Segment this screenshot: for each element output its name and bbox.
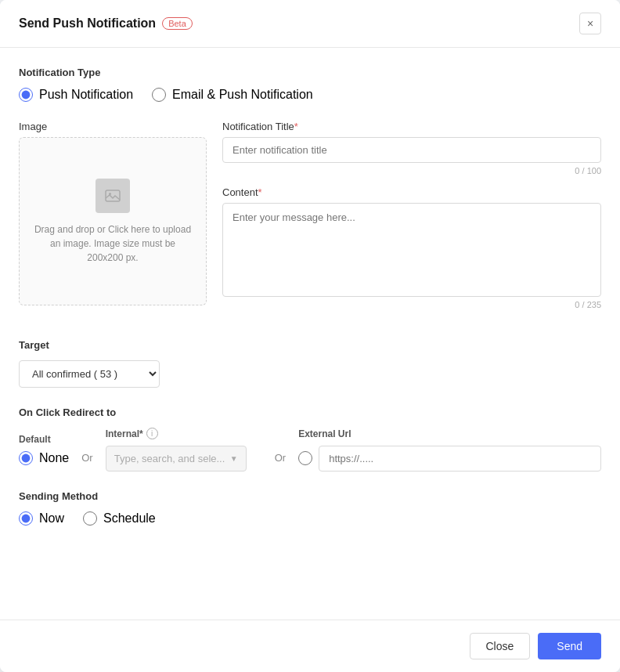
title-char-count: 0 / 100 xyxy=(222,166,601,175)
image-placeholder-icon xyxy=(96,179,130,213)
beta-badge: Beta xyxy=(162,17,193,30)
none-option[interactable]: None xyxy=(19,451,69,465)
schedule-radio[interactable] xyxy=(83,511,97,526)
target-section: Target All confirmed ( 53 ) xyxy=(19,339,601,388)
now-radio[interactable] xyxy=(19,511,33,526)
none-label: None xyxy=(39,451,69,465)
none-radio[interactable] xyxy=(19,451,33,465)
info-icon[interactable]: i xyxy=(146,428,158,439)
modal-header: Send Push Notification Beta × xyxy=(0,0,620,48)
notification-type-section: Notification Type Push Notification Emai… xyxy=(19,67,601,102)
modal-title: Send Push Notification xyxy=(19,16,156,31)
sending-method-section: Sending Method Now Schedule xyxy=(19,490,601,526)
target-select[interactable]: All confirmed ( 53 ) xyxy=(19,360,160,388)
push-notification-label: Push Notification xyxy=(39,88,133,102)
fields-section: Notification Title* 0 / 100 Content* 0 /… xyxy=(222,121,601,320)
email-push-notification-radio[interactable] xyxy=(152,88,166,102)
chevron-down-icon: ▼ xyxy=(230,454,238,463)
content-textarea[interactable] xyxy=(222,203,601,297)
redirect-section-label: On Click Redirect to xyxy=(19,406,601,418)
none-group: None xyxy=(19,451,69,465)
now-label: Now xyxy=(39,511,64,526)
content-field: Content* 0 / 235 xyxy=(222,186,601,309)
internal-col: Internal* i Type, search, and sele... ▼ xyxy=(106,428,262,471)
internal-select[interactable]: Type, search, and sele... ▼ xyxy=(106,446,247,471)
external-row xyxy=(298,446,601,471)
push-notification-option[interactable]: Push Notification xyxy=(19,88,133,102)
image-label: Image xyxy=(19,121,207,132)
external-label: External Url xyxy=(298,428,601,439)
content-label: Content* xyxy=(222,186,601,198)
schedule-option[interactable]: Schedule xyxy=(83,511,156,526)
title-wrap: Send Push Notification Beta xyxy=(19,16,193,31)
push-notification-radio[interactable] xyxy=(19,88,33,102)
target-label: Target xyxy=(19,339,601,351)
redirect-row: Default None Or Internal* i xyxy=(19,428,601,471)
image-fields-row: Image Drag and drop or Click here to upl… xyxy=(19,121,601,320)
sending-method-label: Sending Method xyxy=(19,490,601,502)
now-option[interactable]: Now xyxy=(19,511,64,526)
image-section: Image Drag and drop or Click here to upl… xyxy=(19,121,207,320)
schedule-label: Schedule xyxy=(103,511,156,526)
sending-method-radio-group: Now Schedule xyxy=(19,511,601,526)
external-col: External Url xyxy=(298,428,601,471)
content-char-count: 0 / 235 xyxy=(222,300,601,309)
header-close-button[interactable]: × xyxy=(579,13,601,34)
notification-type-radio-group: Push Notification Email & Push Notificat… xyxy=(19,88,601,102)
modal-body: Notification Type Push Notification Emai… xyxy=(0,48,620,672)
or-text-2: Or xyxy=(275,436,286,464)
redirect-section: On Click Redirect to Default None Or xyxy=(19,406,601,471)
default-col: Default None xyxy=(19,434,69,465)
image-upload-text: Drag and drop or Click here to upload an… xyxy=(32,222,193,265)
internal-label: Internal* xyxy=(106,428,143,439)
internal-select-placeholder: Type, search, and sele... xyxy=(114,453,225,464)
external-radio[interactable] xyxy=(298,451,312,465)
internal-select-wrap: Type, search, and sele... ▼ xyxy=(106,446,262,471)
notification-type-label: Notification Type xyxy=(19,67,601,78)
send-button[interactable]: Send xyxy=(538,633,601,659)
external-radio-option[interactable] xyxy=(298,451,312,465)
notification-title-label: Notification Title* xyxy=(222,121,601,132)
modal-footer: Close Send xyxy=(0,620,620,672)
email-push-notification-label: Email & Push Notification xyxy=(172,88,313,102)
or-text-1: Or xyxy=(81,436,92,464)
default-col-label: Default xyxy=(19,434,69,445)
external-url-input[interactable] xyxy=(319,446,601,471)
notification-title-input[interactable] xyxy=(222,137,601,163)
close-button[interactable]: Close xyxy=(470,633,531,659)
email-push-notification-option[interactable]: Email & Push Notification xyxy=(152,88,313,102)
image-upload-box[interactable]: Drag and drop or Click here to upload an… xyxy=(19,137,207,305)
send-push-notification-modal: Send Push Notification Beta × Notificati… xyxy=(0,0,620,672)
internal-label-row: Internal* i xyxy=(106,428,262,439)
notification-title-field: Notification Title* 0 / 100 xyxy=(222,121,601,175)
